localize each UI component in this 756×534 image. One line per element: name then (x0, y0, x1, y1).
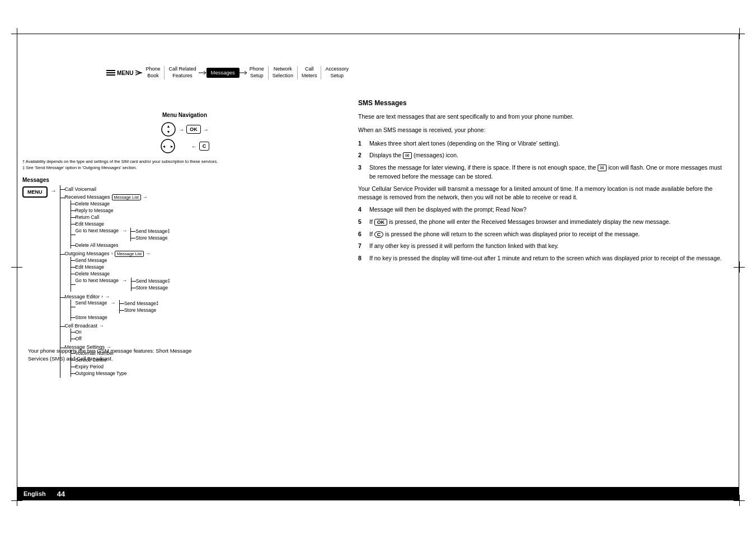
nav-arrow-left: ← (191, 143, 197, 149)
outgoing-badge: Message List (115, 251, 144, 257)
outgoing-subitems: Send Message Edit Message Delete Message… (71, 257, 171, 292)
menu-item-phonesetup: PhoneSetup (247, 66, 266, 79)
ms-outgoing-type: Outgoing Message Type (71, 370, 127, 377)
call-voicemail-label: Call Voicemail (65, 186, 97, 192)
outgoing-messages-label: Outgoing Messages (65, 251, 110, 256)
received-badge: Message List (112, 194, 141, 200)
tree-arrow: → (51, 188, 57, 194)
item-num-7: 7 (358, 242, 366, 251)
nav-arrow-right: → (179, 127, 184, 133)
menu-item-phonebook: PhoneBook (143, 66, 162, 79)
out-delete-msg: Delete Message (71, 270, 171, 277)
ed-send-arrow: → (111, 300, 116, 306)
sub-reply-msg: Reply to Message (71, 207, 170, 214)
item-num-8: 8 (358, 254, 366, 263)
arrow-after-messages-icon (240, 70, 247, 76)
outgoing-messages-group: Outgoing Messages † Message List → Send … (65, 251, 171, 292)
svg-text:◄: ◄ (162, 144, 166, 148)
crosshair-top-left (11, 28, 22, 39)
sms-item-6: 6 If C is pressed the phone will return … (358, 230, 728, 239)
sms-title: SMS Messages (358, 98, 728, 108)
menu-icon-box: MENU (22, 186, 48, 198)
menu-phonebook-label: PhoneBook (145, 66, 160, 78)
item-num-3: 3 (358, 163, 366, 181)
out-goto-label: Go to Next Message (76, 278, 119, 283)
out-goto-arrow: → (122, 278, 127, 283)
sub-delete-all: Delete All Messages (71, 242, 170, 249)
sms-intro2: When an SMS message is received, your ph… (358, 126, 728, 135)
menu-callrelated-label: Call RelatedFeatures (168, 66, 196, 78)
c-button-diagram: C (199, 142, 210, 151)
branch-line-5 (60, 326, 65, 327)
menu-divider-1 (164, 66, 165, 79)
rm-arrow: → (143, 194, 148, 200)
outgoing-arrow: → (145, 251, 151, 256)
nav-footnotes: † Availability depends on the type and s… (22, 158, 347, 171)
sub-goto-next: Go to Next Message → Send Message‡ Store… (71, 227, 170, 242)
received-messages-group: Received Messages Message List → Delete … (65, 194, 170, 249)
item-text-7: If any other key is pressed it will perf… (369, 242, 558, 251)
menu-item-accessory: AccessorySetup (323, 66, 351, 79)
item-text-6: If C is pressed the phone will return to… (369, 230, 640, 239)
sms-item-5: 5 If OK is pressed, the phone will enter… (358, 218, 728, 227)
cb-on: On (71, 329, 105, 335)
phone-support-text: Your phone supports the two GSM message … (28, 347, 196, 363)
message-editor-header: Message Editor † → (65, 294, 159, 299)
bottom-bar: English 44 (17, 487, 739, 500)
cb-arrow: → (99, 323, 104, 329)
menu-divider-4 (321, 66, 321, 79)
sms-intro1: These are text messages that are sent sp… (358, 113, 728, 121)
cell-broadcast-label: Cell Broadcast (65, 323, 98, 329)
item-text-3: Stores the message for later viewing, if… (369, 163, 728, 181)
received-messages-label: Received Messages (65, 194, 110, 200)
branch-call-voicemail: Call Voicemail (60, 185, 171, 193)
sms-provider-para: Your Cellular Service Provider will tran… (358, 185, 728, 203)
nav-keys-row: ▲ ▼ → OK → (22, 121, 347, 137)
menu-phonesetup-label: PhoneSetup (250, 66, 264, 78)
sms-item-1: 1 Makes three short alert tones (dependi… (358, 139, 728, 148)
item-text-2: Displays the ✉ (messages) icon. (369, 151, 458, 160)
nav-keys-row2: ◄ ► ← C (22, 138, 347, 154)
arrow-to-messages-icon (199, 70, 206, 76)
item-text-5: If OK is pressed, the phone will enter t… (369, 218, 670, 227)
item-text-1: Makes three short alert tones (depending… (369, 139, 560, 148)
branch-line-3 (60, 254, 65, 255)
out-edit-msg: Edit Message (71, 264, 171, 270)
ed-send-msg: Send Message → Send Message‡ Store Messa… (71, 299, 159, 314)
branch-line-1 (60, 189, 65, 190)
menu-accessory-label: AccessorySetup (325, 66, 349, 78)
crosshair-mid-right (734, 261, 745, 273)
item-text-4: Message will then be displayed with the … (369, 205, 527, 214)
branch-outgoing-messages: Outgoing Messages † Message List → Send … (60, 250, 171, 293)
branch-message-editor: Message Editor † → Send Message → Send M… (60, 293, 171, 322)
menu-divider-2 (268, 66, 269, 79)
out-send-msg: Send Message (71, 257, 171, 264)
sub-edit-msg: Edit Message (71, 221, 170, 227)
menu-nav-section: Menu Navigation ▲ ▼ → OK → ◄ (22, 112, 347, 171)
editor-subitems: Send Message → Send Message‡ Store Messa… (71, 299, 159, 321)
item-num-5: 5 (358, 218, 366, 227)
menu-text: MENU (117, 70, 133, 76)
nav-circle: ▲ ▼ (161, 121, 176, 137)
menu-nav-title: Menu Navigation (22, 112, 347, 118)
footnote-2: ‡ See 'Send Message' option in 'Outgoing… (22, 165, 347, 171)
branch-received-messages: Received Messages Message List → Delete … (60, 193, 171, 250)
footnote-1: † Availability depends on the type and s… (22, 158, 347, 165)
item-num-2: 2 (358, 151, 366, 160)
item-num-4: 4 (358, 205, 366, 214)
menu-messages-label: Messages (211, 69, 235, 76)
page-border-top (17, 34, 739, 34)
item-text-8: If no key is pressed the display will ti… (369, 254, 722, 263)
menu-callmeters-label: CallMeters (302, 66, 317, 78)
svg-text:▼: ▼ (167, 130, 171, 134)
cell-broadcast-header: Cell Broadcast → (65, 323, 105, 329)
cell-broadcast-group: Cell Broadcast → On Off (65, 323, 105, 342)
outgoing-messages-header: Outgoing Messages † Message List → (65, 251, 171, 257)
menu-item-network: NetworkSelection (270, 66, 295, 79)
nav-lr-circle: ◄ ► (160, 138, 176, 154)
svg-text:►: ► (170, 144, 173, 148)
svg-rect-0 (106, 70, 115, 71)
menu-item-callrelated: Call RelatedFeatures (166, 66, 198, 79)
branch-line-2 (60, 198, 65, 198)
sms-item-8: 8 If no key is pressed the display will … (358, 254, 728, 263)
